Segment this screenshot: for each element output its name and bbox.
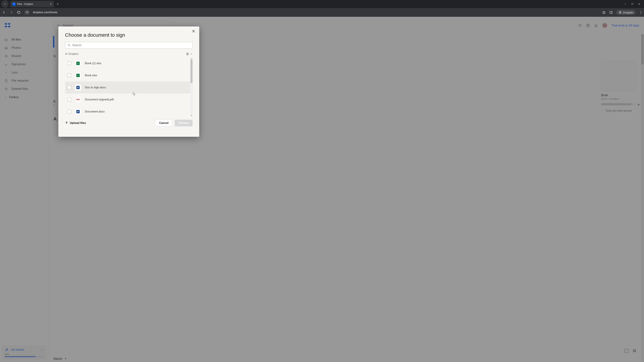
upload-files-label: Upload files — [70, 121, 86, 125]
modal-title: Choose a document to sign — [58, 26, 199, 42]
file-name: Book (1).xlsx — [85, 62, 101, 65]
xlsx-file-icon: X — [75, 60, 81, 66]
svg-point-15 — [641, 11, 641, 12]
file-list-container: X Book (1).xlsx X Book.xlsx W Doc to sig… — [65, 57, 192, 117]
svg-point-11 — [28, 12, 28, 12]
dropbox-favicon — [12, 2, 16, 5]
site-info-button[interactable] — [24, 10, 30, 15]
incognito-icon — [619, 11, 622, 14]
cancel-label: Cancel — [159, 121, 168, 125]
dropbox-icon — [65, 53, 68, 55]
svg-point-17 — [641, 13, 641, 13]
docx-file-icon: W — [75, 108, 81, 115]
file-row[interactable]: W Doc to sign.docx — [65, 81, 192, 93]
upload-icon — [65, 121, 68, 124]
list-icon — [186, 52, 189, 56]
upload-files-button[interactable]: Upload files — [65, 121, 86, 125]
docx-file-icon: W — [75, 84, 81, 91]
choose-label: Choose — [178, 121, 189, 125]
sort-button[interactable] — [186, 52, 192, 56]
bookmark-icon[interactable] — [602, 11, 606, 14]
pdf-file-icon: PDF — [75, 96, 81, 103]
file-row[interactable]: W Document.docx — [65, 106, 192, 117]
svg-point-46 — [68, 44, 70, 46]
file-checkbox[interactable] — [68, 110, 71, 113]
svg-rect-13 — [610, 11, 612, 13]
back-button[interactable] — [2, 10, 6, 15]
tab-close-icon[interactable] — [50, 3, 52, 5]
file-name: Document (signed).pdf — [85, 98, 114, 101]
titlebar: Files - Dropbox — [0, 0, 644, 8]
maximize-icon[interactable] — [631, 3, 633, 5]
choose-document-modal: Choose a document to sign Dropbox — [58, 26, 199, 137]
minimize-icon[interactable] — [624, 3, 626, 5]
scroll-down-icon[interactable]: ▼ — [190, 114, 193, 117]
modal-search[interactable] — [65, 42, 192, 49]
file-list-scrollbar[interactable]: ▲ ▼ — [190, 57, 193, 117]
browser-window: Files - Dropbox dropbox.com/home — [0, 0, 644, 362]
page-content: LD Trial ends in 29 days All files Photo… — [0, 17, 644, 362]
svg-point-16 — [641, 12, 641, 13]
svg-rect-5 — [632, 3, 633, 4]
svg-line-47 — [70, 45, 70, 46]
browser-tab[interactable]: Files - Dropbox — [10, 1, 54, 7]
close-window-icon[interactable] — [638, 3, 640, 5]
reload-button[interactable] — [16, 10, 21, 15]
mouse-cursor — [133, 92, 136, 96]
window-controls — [620, 3, 644, 5]
tab-strip: Files - Dropbox — [0, 0, 620, 8]
incognito-label: Incognito — [623, 11, 633, 14]
incognito-indicator[interactable]: Incognito — [616, 10, 636, 15]
choose-button[interactable]: Choose — [175, 120, 192, 126]
forward-button[interactable] — [9, 10, 14, 15]
svg-marker-12 — [602, 11, 606, 14]
address-bar[interactable]: dropbox.com/home — [32, 11, 600, 14]
tab-search-button[interactable] — [1, 0, 9, 8]
side-panel-icon[interactable] — [609, 11, 613, 14]
cancel-button[interactable]: Cancel — [155, 120, 172, 126]
modal-search-input[interactable] — [72, 43, 190, 47]
scroll-up-icon[interactable]: ▲ — [190, 57, 193, 60]
close-icon[interactable] — [192, 29, 196, 33]
file-list: X Book (1).xlsx X Book.xlsx W Doc to sig… — [65, 57, 192, 117]
file-checkbox[interactable] — [68, 73, 71, 77]
new-tab-button[interactable] — [56, 3, 59, 5]
toolbar-right: Incognito — [602, 10, 642, 15]
file-row[interactable]: PDF Document (signed).pdf — [65, 93, 192, 106]
breadcrumb[interactable]: Dropbox — [65, 52, 78, 55]
browser-menu-icon[interactable] — [639, 11, 642, 14]
file-row[interactable]: X Book.xlsx — [65, 69, 192, 81]
xlsx-file-icon: X — [75, 72, 81, 79]
breadcrumb-label: Dropbox — [68, 52, 78, 55]
chevron-down-icon — [190, 53, 192, 55]
modal-footer: Upload files Cancel Choose — [58, 117, 199, 130]
file-name: Book.xlsx — [85, 74, 97, 77]
file-checkbox[interactable] — [68, 61, 71, 65]
file-name: Document.docx — [85, 110, 105, 113]
file-row[interactable]: X Book (1).xlsx — [65, 57, 192, 69]
file-name: Doc to sign.docx — [85, 86, 106, 89]
file-checkbox[interactable] — [68, 86, 71, 89]
tab-title: Files - Dropbox — [17, 3, 48, 5]
search-icon — [68, 44, 70, 47]
browser-toolbar: dropbox.com/home Incognito — [0, 8, 644, 17]
svg-point-10 — [28, 12, 28, 12]
file-checkbox[interactable] — [68, 98, 71, 101]
